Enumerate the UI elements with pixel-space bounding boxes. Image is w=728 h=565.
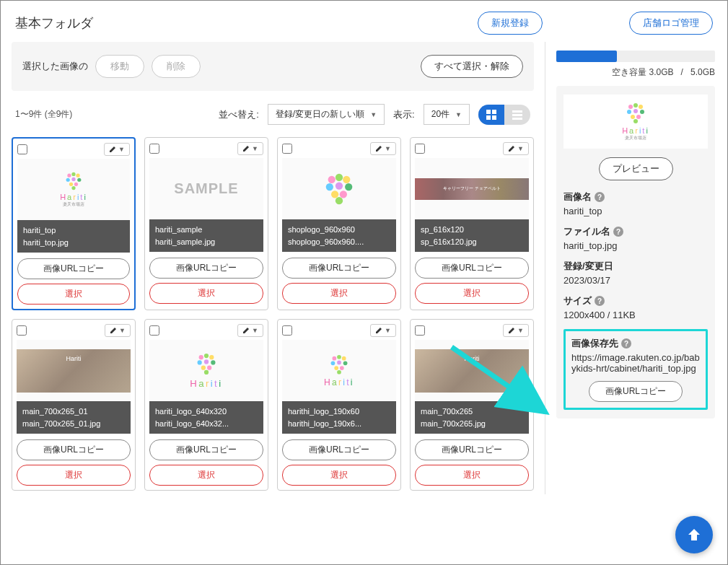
size-label: サイズ — [563, 294, 592, 307]
help-icon[interactable]: ? — [595, 296, 605, 306]
shop-logo-manage-button[interactable]: 店舗ロゴ管理 — [629, 12, 713, 35]
new-register-button[interactable]: 新規登録 — [478, 12, 543, 35]
copy-url-button[interactable]: 画像URLコピー — [17, 258, 130, 279]
list-view-icon[interactable] — [504, 105, 530, 125]
thumbnail[interactable]: Hariti — [282, 340, 396, 401]
copy-url-button[interactable]: 画像URLコピー — [282, 258, 396, 279]
card-checkbox[interactable] — [149, 144, 159, 154]
edit-button[interactable]: ▼ — [237, 142, 263, 155]
thumbnail[interactable]: Hariti — [415, 340, 529, 401]
svg-point-49 — [631, 115, 635, 119]
edit-button[interactable]: ▼ — [503, 142, 529, 155]
view-toggle[interactable] — [478, 105, 530, 125]
detail-copy-url-button[interactable]: 画像URLコピー — [589, 381, 683, 402]
delete-button[interactable]: 削除 — [152, 55, 201, 78]
help-icon[interactable]: ? — [595, 192, 605, 202]
move-button[interactable]: 移動 — [95, 55, 144, 78]
help-icon[interactable]: ? — [613, 227, 623, 237]
copy-url-button[interactable]: 画像URLコピー — [415, 258, 529, 279]
arrow-up-icon — [685, 526, 703, 543]
card-file: hariti_top.jpg — [23, 237, 124, 249]
card-checkbox[interactable] — [17, 325, 27, 336]
svg-rect-5 — [512, 114, 522, 116]
select-button[interactable]: 選択 — [149, 465, 263, 486]
card-checkbox[interactable] — [282, 325, 292, 336]
card-caption: hariti_logo_640x320hariti_logo_640x32... — [149, 401, 263, 434]
preview-button[interactable]: プレビュー — [599, 157, 673, 180]
svg-rect-1 — [492, 110, 496, 114]
card-checkbox[interactable] — [415, 325, 425, 336]
select-button[interactable]: 選択 — [17, 284, 130, 305]
card-file: sp_616x120.jpg — [421, 236, 523, 248]
thumbnail[interactable]: Hariti — [149, 340, 263, 401]
svg-point-9 — [76, 173, 79, 177]
svg-point-12 — [77, 178, 81, 181]
thumbnail[interactable] — [282, 158, 396, 219]
svg-point-13 — [69, 182, 73, 185]
image-card: ▼shoplogo_960x960shoplogo_960x960....画像U… — [277, 137, 401, 310]
edit-button[interactable]: ▼ — [503, 324, 529, 337]
copy-url-button[interactable]: 画像URLコピー — [17, 439, 131, 460]
card-caption: main_700x265_01main_700x265_01.jpg — [17, 401, 131, 434]
display-select[interactable]: 20件 ▼ — [424, 104, 470, 125]
card-file: harithi_logo_190x6... — [288, 418, 390, 430]
card-caption: hariti_samplehariti_sample.jpg — [149, 219, 263, 252]
svg-point-50 — [636, 115, 641, 119]
svg-rect-3 — [492, 115, 496, 120]
card-file: main_700x265_01.jpg — [22, 418, 125, 430]
edit-button[interactable]: ▼ — [370, 142, 396, 155]
thumbnail[interactable]: Hariti — [17, 340, 131, 401]
chevron-down-icon: ▼ — [370, 111, 377, 118]
capacity-bar — [556, 51, 715, 62]
edit-button[interactable]: ▼ — [105, 324, 131, 337]
pencil-icon — [110, 327, 117, 334]
svg-point-15 — [71, 185, 75, 189]
date-label: 登録/変更日 — [563, 260, 613, 273]
select-button[interactable]: 選択 — [415, 283, 529, 304]
copy-url-button[interactable]: 画像URLコピー — [415, 439, 529, 460]
select-button[interactable]: 選択 — [149, 283, 263, 304]
scroll-top-button[interactable] — [675, 516, 713, 553]
card-name: main_700x265 — [421, 406, 523, 418]
select-button[interactable]: 選択 — [282, 465, 396, 486]
thumbnail[interactable]: キャリーフリー チェアベルト — [415, 158, 529, 219]
svg-point-11 — [71, 177, 75, 180]
select-all-button[interactable]: すべて選択・解除 — [421, 55, 523, 78]
select-button[interactable]: 選択 — [17, 465, 131, 486]
svg-point-40 — [334, 366, 338, 370]
select-button[interactable]: 選択 — [415, 465, 529, 486]
svg-point-41 — [340, 366, 344, 370]
edit-button[interactable]: ▼ — [237, 324, 263, 337]
pencil-icon — [242, 327, 250, 334]
card-checkbox[interactable] — [149, 325, 159, 336]
edit-button[interactable]: ▼ — [104, 143, 130, 156]
copy-url-button[interactable]: 画像URLコピー — [282, 439, 396, 460]
card-checkbox[interactable] — [282, 144, 292, 154]
copy-url-button[interactable]: 画像URLコピー — [149, 258, 263, 279]
help-icon[interactable]: ? — [621, 338, 631, 349]
card-caption: hariti_tophariti_top.jpg — [17, 220, 130, 253]
svg-point-14 — [74, 182, 78, 185]
sort-value: 登録/変更日の新しい順 — [276, 108, 364, 121]
card-checkbox[interactable] — [415, 144, 425, 154]
svg-point-46 — [627, 110, 631, 114]
page-title: 基本フォルダ — [15, 14, 93, 32]
svg-point-45 — [639, 105, 643, 109]
svg-point-51 — [633, 119, 638, 123]
thumbnail[interactable]: SAMPLE — [149, 158, 263, 219]
svg-point-19 — [326, 183, 333, 190]
thumbnail[interactable]: Hariti楽天市場店 — [17, 159, 130, 220]
card-checkbox[interactable] — [17, 144, 27, 154]
sort-select[interactable]: 登録/変更日の新しい順 ▼ — [268, 104, 385, 125]
edit-button[interactable]: ▼ — [370, 324, 396, 337]
svg-point-7 — [67, 173, 71, 177]
size-value: 1200x400 / 11KB — [563, 310, 708, 320]
svg-point-8 — [71, 172, 75, 175]
chevron-down-icon: ▼ — [455, 111, 462, 118]
grid-view-icon[interactable] — [478, 105, 504, 125]
svg-point-28 — [198, 360, 202, 364]
copy-url-button[interactable]: 画像URLコピー — [149, 439, 263, 460]
svg-point-10 — [66, 178, 70, 181]
card-name: hariti_top — [23, 224, 124, 237]
select-button[interactable]: 選択 — [282, 283, 396, 304]
